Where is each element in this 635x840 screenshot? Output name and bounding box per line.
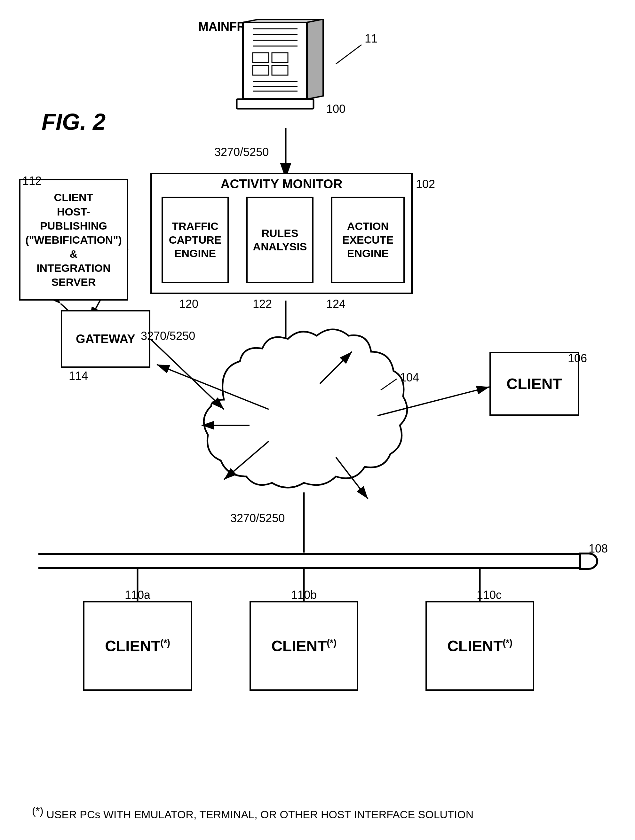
client-110c-label: CLIENT(*) <box>447 637 513 655</box>
activity-monitor-title: ACTIVITY MONITOR <box>152 177 411 191</box>
figure-label: FIG. 2 <box>41 109 106 135</box>
ref-124: 124 <box>326 297 345 311</box>
client-110a-box: CLIENT(*) <box>83 601 192 691</box>
protocol-label-2: 3270/5250 <box>141 329 195 343</box>
activity-monitor-box: ACTIVITY MONITOR TRAFFICCAPTUREENGINE RU… <box>150 173 413 294</box>
rules-analysis-label: RULESANALYSIS <box>253 226 307 254</box>
action-execute-engine-box: ACTIONEXECUTEENGINE <box>331 197 405 283</box>
traffic-capture-engine-box: TRAFFICCAPTUREENGINE <box>162 197 229 283</box>
svg-line-4 <box>157 365 269 409</box>
svg-rect-27 <box>272 53 288 62</box>
svg-rect-35 <box>237 99 314 109</box>
svg-line-19 <box>381 379 397 390</box>
svg-line-6 <box>377 387 489 416</box>
gateway-label: GATEWAY <box>76 332 135 346</box>
client-110a-label: CLIENT(*) <box>105 637 170 655</box>
gateway-box: GATEWAY <box>61 310 150 368</box>
ref-110b: 110b <box>291 588 317 602</box>
chp-label: CLIENTHOST-PUBLISHING("WEBIFICATION") &I… <box>24 190 124 289</box>
ref-108: 108 <box>589 542 608 556</box>
client-106-box: CLIENT <box>489 352 579 416</box>
svg-marker-34 <box>307 19 323 99</box>
ref-104: 104 <box>400 371 419 384</box>
ref-110a: 110a <box>125 588 150 602</box>
svg-rect-26 <box>253 53 269 62</box>
traffic-capture-label: TRAFFICCAPTUREENGINE <box>169 219 222 260</box>
rules-analysis-box: RULESANALYSIS <box>246 197 314 283</box>
svg-line-5 <box>224 441 269 480</box>
svg-rect-29 <box>272 66 288 75</box>
ref-102: 102 <box>416 177 435 191</box>
action-execute-label: ACTIONEXECUTEENGINE <box>342 219 394 260</box>
client-106-label: CLIENT <box>507 375 562 393</box>
chp-box: CLIENTHOST-PUBLISHING("WEBIFICATION") &I… <box>19 179 128 301</box>
diagram-container: FIG. 2 MAINFRAME/AS/400 <box>0 0 635 840</box>
ref-11: 11 <box>365 32 377 46</box>
svg-line-12 <box>150 339 224 409</box>
ref-122: 122 <box>253 297 272 311</box>
protocol-label-1: 3270/5250 <box>214 145 269 159</box>
client-110b-label: CLIENT(*) <box>271 637 337 655</box>
client-110b-box: CLIENT(*) <box>250 601 358 691</box>
ref-114: 114 <box>69 369 88 383</box>
ref-100: 100 <box>326 102 345 116</box>
svg-line-7 <box>320 352 352 384</box>
ref-112: 112 <box>22 174 41 188</box>
footnote: (*) USER PCs WITH EMULATOR, TERMINAL, OR… <box>32 805 473 821</box>
ref-110c: 110c <box>477 588 502 602</box>
footnote-text: USER PCs WITH EMULATOR, TERMINAL, OR OTH… <box>46 808 473 821</box>
ref-120: 120 <box>179 297 198 311</box>
svg-line-8 <box>336 457 368 499</box>
ref-106: 106 <box>568 352 587 365</box>
svg-rect-28 <box>253 66 269 75</box>
protocol-label-3: 3270/5250 <box>230 512 285 525</box>
network-bus <box>38 553 582 569</box>
client-110c-box: CLIENT(*) <box>426 601 534 691</box>
